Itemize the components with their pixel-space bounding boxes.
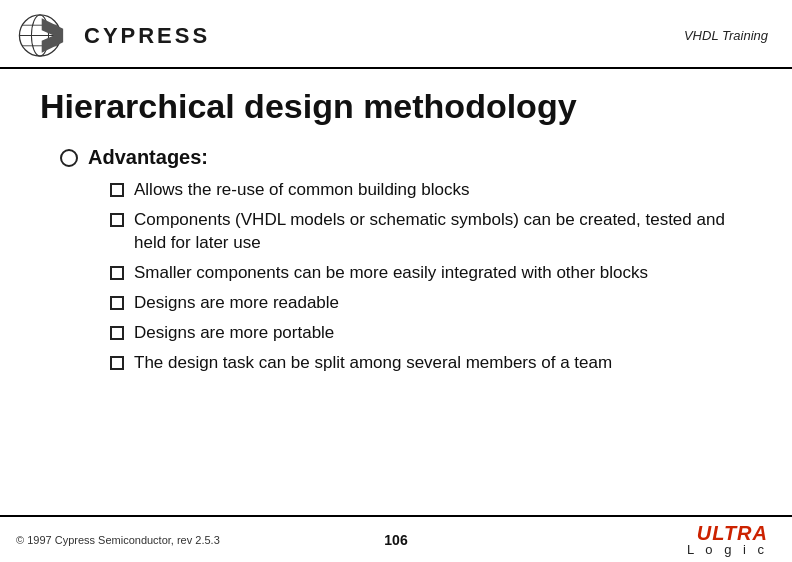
square-bullet-icon bbox=[110, 296, 124, 310]
advantages-label: Advantages: bbox=[88, 146, 208, 169]
list-item: The design task can be split among sever… bbox=[110, 352, 752, 375]
bullet-text: Designs are more readable bbox=[134, 292, 339, 315]
list-item: Smaller components can be more easily in… bbox=[110, 262, 752, 285]
ultra-logic-brand: ULTRA L o g i c bbox=[687, 523, 768, 556]
cypress-logo-icon bbox=[16, 8, 76, 63]
slide: CYPRESS VHDL Training Hierarchical desig… bbox=[0, 0, 792, 562]
square-bullet-icon bbox=[110, 213, 124, 227]
ultra-text: ULTRA bbox=[697, 523, 768, 543]
list-item: Designs are more readable bbox=[110, 292, 752, 315]
square-bullet-icon bbox=[110, 326, 124, 340]
logo-area: CYPRESS bbox=[16, 8, 210, 63]
slide-title: Hierarchical design methodology bbox=[40, 87, 752, 126]
company-name: CYPRESS bbox=[84, 23, 210, 49]
training-title: VHDL Training bbox=[684, 28, 768, 43]
bullet-text: Designs are more portable bbox=[134, 322, 334, 345]
main-content: Hierarchical design methodology Advantag… bbox=[0, 69, 792, 375]
footer: © 1997 Cypress Semiconductor, rev 2.5.3 … bbox=[0, 515, 792, 562]
bullet-text: Allows the re-use of common building blo… bbox=[134, 179, 469, 202]
bullet-text: Smaller components can be more easily in… bbox=[134, 262, 648, 285]
advantages-section: Advantages: Allows the re-use of common … bbox=[60, 146, 752, 375]
advantages-header: Advantages: bbox=[60, 146, 752, 169]
square-bullet-icon bbox=[110, 183, 124, 197]
bullet-list: Allows the re-use of common building blo… bbox=[110, 179, 752, 375]
bullet-text: Components (VHDL models or schematic sym… bbox=[134, 209, 752, 255]
page-number: 106 bbox=[384, 532, 407, 548]
square-bullet-icon bbox=[110, 266, 124, 280]
bullet-text: The design task can be split among sever… bbox=[134, 352, 612, 375]
list-item: Components (VHDL models or schematic sym… bbox=[110, 209, 752, 255]
list-item: Allows the re-use of common building blo… bbox=[110, 179, 752, 202]
list-item: Designs are more portable bbox=[110, 322, 752, 345]
copyright-text: © 1997 Cypress Semiconductor, rev 2.5.3 bbox=[16, 534, 220, 546]
square-bullet-icon bbox=[110, 356, 124, 370]
header: CYPRESS VHDL Training bbox=[0, 0, 792, 69]
circle-bullet-icon bbox=[60, 149, 78, 167]
logic-text: L o g i c bbox=[687, 543, 768, 556]
